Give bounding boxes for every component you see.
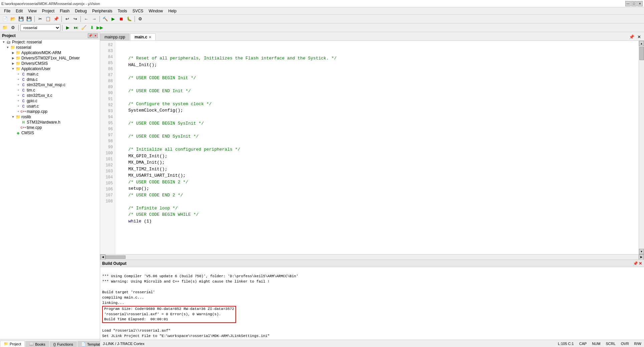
menu-item-tools[interactable]: Tools xyxy=(115,8,130,14)
start-debug-button[interactable]: ▶▶ xyxy=(96,24,103,31)
editor-tabs-bar: mainpp.cpp main.c ✕ 📌 ✕ xyxy=(100,32,644,41)
rebuild-button[interactable]: ⏭ xyxy=(72,24,79,31)
tab-mainc-close[interactable]: ✕ xyxy=(149,35,151,39)
menu-item-window[interactable]: Window xyxy=(146,8,166,14)
redo-button[interactable]: ↪ xyxy=(71,15,79,23)
target-dropdown[interactable]: rosserial xyxy=(20,24,60,31)
build-button[interactable]: 🔨 xyxy=(101,15,109,23)
tree-usart-expand: + xyxy=(16,104,21,109)
tab-close-all-button[interactable]: ✕ xyxy=(635,33,643,40)
tree-stm32-it[interactable]: + C stm32f1xx_it.c xyxy=(0,93,100,98)
menu-item-view[interactable]: View xyxy=(25,8,39,14)
menu-item-svcs[interactable]: SVCS xyxy=(130,8,146,14)
new-file-button[interactable]: 📄 xyxy=(1,15,9,23)
tree-stm32-msp[interactable]: + C stm32f1xx_hal_msp.c xyxy=(0,82,100,88)
menu-item-project[interactable]: Project xyxy=(39,8,57,14)
tab-pin-button[interactable]: 📌 xyxy=(628,33,635,40)
build-output-content[interactable]: *** Using Compiler 'V5.06 update 6 (buil… xyxy=(100,267,644,340)
tree-root[interactable]: ▼ 🗂 Project: rosserial xyxy=(0,39,100,45)
settings-btn[interactable]: ⚙ xyxy=(9,24,17,31)
build-output-title: Build Output xyxy=(102,261,127,266)
scroll-left-button[interactable]: ◀ xyxy=(100,254,105,260)
tree-appmdk-expand[interactable]: ▶ xyxy=(11,50,15,55)
tree-usart-c[interactable]: + C usart.c xyxy=(0,104,100,109)
tab-mainpp-cpp[interactable]: mainpp.cpp xyxy=(100,33,130,40)
scroll-down-button[interactable]: ▼ xyxy=(639,249,644,254)
stop-button[interactable]: ⏹ xyxy=(118,15,125,23)
tree-gpio-expand: + xyxy=(16,99,21,103)
tree-cmsis-item[interactable]: ◆ CMSIS xyxy=(0,130,100,136)
toolbar-1: 📄 📂 💾 💾 ✂ 📋 📌 ↩ ↪ ← → 🔨 ▶ ⏹ 🐛 ⚙ xyxy=(0,15,644,23)
scroll-thumb[interactable] xyxy=(639,47,644,60)
scroll-hthumb[interactable] xyxy=(105,255,126,259)
tab-functions[interactable]: {} Functions xyxy=(50,341,77,347)
tree-usart-c-label: usart.c xyxy=(27,104,39,109)
build-close-button[interactable]: ✕ xyxy=(639,261,642,266)
scroll-track[interactable] xyxy=(105,255,639,259)
build-pin-button[interactable]: 📌 xyxy=(633,261,638,266)
build-line-6: linking... xyxy=(102,301,124,305)
cut-button[interactable]: ✂ xyxy=(36,15,44,23)
tree-app-mdk[interactable]: ▶ 📁 Application/MDK-ARM xyxy=(0,50,100,55)
code-editor[interactable]: 82 83 84 85 86 87 88 89 90 91 92 93 94 9… xyxy=(100,41,639,254)
tree-rosserial-expand[interactable]: ▼ xyxy=(5,45,10,50)
file-c-icon: C xyxy=(21,72,26,76)
tab-main-c[interactable]: main.c ✕ xyxy=(130,33,156,40)
tree-dma-c[interactable]: + C dma.c xyxy=(0,77,100,82)
code-body[interactable]: /* Reset of all peripherals, Initializes… xyxy=(115,41,639,254)
tree-drivers-stm[interactable]: ▶ 📁 Drivers/STM32F1xx_HAL_Driver xyxy=(0,55,100,61)
tree-appuser-expand[interactable]: ▼ xyxy=(11,66,15,71)
tree-stm-expand[interactable]: ▶ xyxy=(11,56,15,60)
tab-books[interactable]: 📖 Books xyxy=(25,341,49,347)
tree-roslib[interactable]: ▼ 📁 roslib xyxy=(0,114,100,120)
open-button[interactable]: 📂 xyxy=(9,15,17,23)
tab-mainpp-label: mainpp.cpp xyxy=(104,35,125,39)
tree-main-c[interactable]: + C main.c xyxy=(0,71,100,77)
project-pin-button[interactable]: 📌 xyxy=(88,33,92,38)
menu-item-flash[interactable]: Flash xyxy=(57,8,72,14)
tree-drivers-stm-label: Drivers/STM32F1xx_HAL_Driver xyxy=(21,56,80,60)
close-button[interactable]: ✕ xyxy=(637,1,643,6)
tree-gpio-c[interactable]: + C gpio.c xyxy=(0,98,100,104)
nav-fwd-button[interactable]: → xyxy=(90,15,98,23)
menu-item-help[interactable]: Help xyxy=(166,8,179,14)
tree-stm32hw[interactable]: H STM32Hardware.h xyxy=(0,120,100,125)
menu-item-peripherals[interactable]: Peripherals xyxy=(89,8,115,14)
tree-time-cpp[interactable]: C++ time.cpp xyxy=(0,125,100,130)
debug-button[interactable]: 🐛 xyxy=(126,15,133,23)
scroll-right-button[interactable]: ▶ xyxy=(639,254,644,260)
save-button[interactable]: 💾 xyxy=(17,15,25,23)
tree-cmsis-label: CMSIS xyxy=(21,131,34,135)
undo-button[interactable]: ↩ xyxy=(63,15,71,23)
scroll-up-button[interactable]: ▲ xyxy=(639,41,644,46)
copy-button[interactable]: 📋 xyxy=(44,15,52,23)
tab-project[interactable]: 📁 Project xyxy=(0,341,25,347)
tree-root-expand[interactable]: ▼ xyxy=(1,40,6,44)
tree-rosserial[interactable]: ▼ 📁 rosserial xyxy=(0,45,100,50)
nav-back-button[interactable]: ← xyxy=(82,15,90,23)
run-button[interactable]: ▶ xyxy=(110,15,117,23)
folder-cmsis-icon: 📁 xyxy=(15,61,21,66)
clean-button[interactable]: 🧹 xyxy=(80,24,87,31)
tree-cmsis-expand[interactable]: ▶ xyxy=(11,61,15,66)
menu-item-edit[interactable]: Edit xyxy=(13,8,25,14)
options-button[interactable]: ⚙ xyxy=(137,15,144,23)
tree-roslib-label: roslib xyxy=(21,115,31,119)
menu-item-file[interactable]: File xyxy=(1,8,13,14)
tree-mainpp-cpp[interactable]: + C++ mainpp.cpp xyxy=(0,109,100,114)
menu-item-debug[interactable]: Debug xyxy=(72,8,89,14)
minimize-button[interactable]: — xyxy=(625,1,631,6)
build-output-header-buttons: 📌 ✕ xyxy=(633,261,642,266)
tree-roslib-expand[interactable]: ▼ xyxy=(11,115,15,119)
download-button[interactable]: ⬇ xyxy=(88,24,95,31)
tree-gpio-c-label: gpio.c xyxy=(27,99,37,103)
maximize-button[interactable]: □ xyxy=(631,1,637,6)
project-btn[interactable]: 📁 xyxy=(1,24,9,31)
tree-tim-c[interactable]: + C tim.c xyxy=(0,88,100,93)
tree-drivers-cmsis[interactable]: ▶ 📁 Drivers/CMSIS xyxy=(0,61,100,66)
project-close-button[interactable]: ✕ xyxy=(93,33,98,38)
tree-app-user[interactable]: ▼ 📁 Application/User xyxy=(0,66,100,71)
build2-button[interactable]: ▶ xyxy=(64,24,71,31)
paste-button[interactable]: 📌 xyxy=(52,15,60,23)
save-all-button[interactable]: 💾 xyxy=(25,15,33,23)
